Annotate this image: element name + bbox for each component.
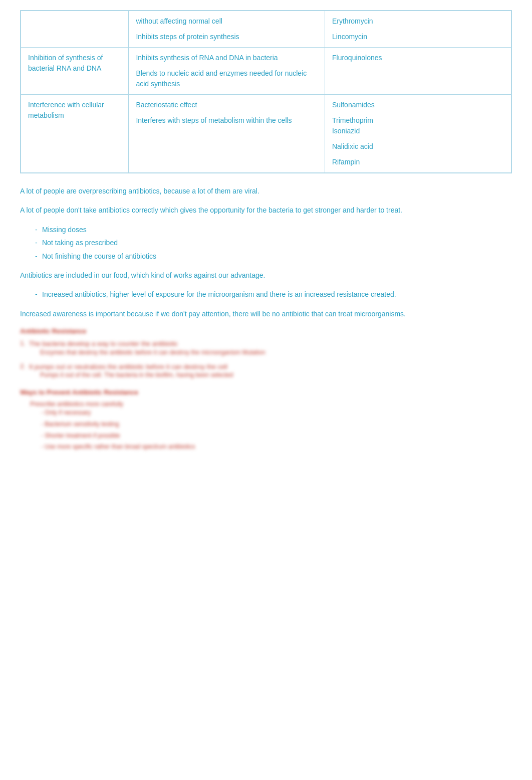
drug-name: Erythromycin <box>332 17 373 25</box>
cell-mechanism-desc-0: without affecting normal cell Inhibits s… <box>129 11 325 48</box>
cell-mechanism-2: Interference with cellular metabolism <box>21 95 129 173</box>
cell-block: Rifampin <box>332 157 504 167</box>
paragraph-3: Antibiotics are included in our food, wh… <box>20 270 512 281</box>
cell-block: Lincomycin <box>332 32 504 42</box>
cell-block: Trimethoprim Isoniazid <box>332 115 504 136</box>
blurred2-item: - Only if necessary <box>41 409 512 417</box>
paragraph-4: Increased awareness is important because… <box>20 308 512 319</box>
list-item: Missing doses <box>35 224 512 235</box>
cell-text: without affecting normal cell <box>136 17 222 25</box>
list-item: Increased antibiotics, higher level of e… <box>35 289 512 300</box>
drug-name: Nalidixic acid <box>332 142 373 150</box>
cell-mechanism-0 <box>21 11 129 48</box>
cell-block: Nalidixic acid <box>332 141 504 152</box>
drug-name: Lincomycin <box>332 33 367 41</box>
table-row: Interference with cellular metabolism Ba… <box>21 95 511 173</box>
drug-name: Trimethoprim <box>332 116 373 124</box>
drug-name: Sulfonamides <box>332 101 375 109</box>
blurred2-item: - Use more specific rather than broad sp… <box>41 443 512 451</box>
blurred-section-2: Ways to Prevent Antibiotic Resistance Pr… <box>20 388 512 451</box>
blurred2-item: - Bacterium sensitivity testing <box>41 420 512 429</box>
drug-name: Rifampin <box>332 158 360 166</box>
cell-drugs-0: Erythromycin Lincomycin <box>325 11 511 48</box>
blurred-num: 2. <box>20 362 29 370</box>
cell-text: Blends to nucleic acid and enzymes neede… <box>136 69 307 88</box>
paragraph-1: A lot of people are overprescribing anti… <box>20 185 512 197</box>
blurred-section-1: Antibiotic Resistance 1. The bacteria de… <box>20 327 512 378</box>
cell-text: Inhibits synthesis of RNA and DNA in bac… <box>136 54 278 62</box>
cell-mechanism-desc-1: Inhibits synthesis of RNA and DNA in bac… <box>129 48 325 95</box>
table-row: without affecting normal cell Inhibits s… <box>21 11 511 48</box>
cell-block: Inhibits steps of protein synthesis <box>136 32 318 42</box>
cell-text: Inhibits steps of protein synthesis <box>136 33 239 41</box>
cell-block: Blends to nucleic acid and enzymes neede… <box>136 68 318 89</box>
blurred-num: 1. <box>20 339 29 347</box>
blurred-title-2: Ways to Prevent Antibiotic Resistance <box>20 388 512 396</box>
cell-mechanism-1: Inhibition of synthesis of bacterial RNA… <box>21 48 129 95</box>
mechanism-label: Interference with cellular metabolism <box>28 101 104 119</box>
blurred2-item: - Shorter treatment if possible <box>41 432 512 440</box>
blurred-title-1: Antibiotic Resistance <box>20 327 512 335</box>
drug-name: Isoniazid <box>332 127 360 135</box>
cell-mechanism-desc-2: Bacteriostatic effect Interferes with st… <box>129 95 325 173</box>
drug-name: Fluroquinolones <box>332 54 382 62</box>
cell-drugs-2: Sulfonamides Trimethoprim Isoniazid Nali… <box>325 95 511 173</box>
blurred-text: It pumps out or neutralizes the antibiot… <box>29 363 227 370</box>
blurred-sub: Pumps it out of the cell. The bacteria i… <box>40 371 233 378</box>
cell-text: Bacteriostatic effect <box>136 101 197 109</box>
blurred-item-1: 1. The bacteria develop a way to counter… <box>20 339 512 356</box>
blurred2-item: Prescribe antibiotics more carefully <box>30 400 512 409</box>
blurred-text: The bacteria develop a way to counter th… <box>29 340 178 347</box>
cell-text: Interferes with steps of metabolism with… <box>136 116 292 124</box>
antibiotic-table: without affecting normal cell Inhibits s… <box>20 10 512 173</box>
cell-block: without affecting normal cell <box>136 16 318 27</box>
list-item: Not taking as prescribed <box>35 237 512 248</box>
bullet-list-1: Missing doses Not taking as prescribed N… <box>35 224 512 262</box>
list-item: Not finishing the course of antibiotics <box>35 251 512 262</box>
cell-drugs-1: Fluroquinolones <box>325 48 511 95</box>
cell-block: Interferes with steps of metabolism with… <box>136 115 318 126</box>
blurred-sub: Enzymes that destroy the antibiotic befo… <box>40 349 265 356</box>
blurred-list-2: Prescribe antibiotics more carefully - O… <box>30 400 512 451</box>
mechanism-label: Inhibition of synthesis of bacterial RNA… <box>28 54 103 72</box>
cell-block: Erythromycin <box>332 16 504 27</box>
bullet-list-2: Increased antibiotics, higher level of e… <box>35 289 512 300</box>
table-row: Inhibition of synthesis of bacterial RNA… <box>21 48 511 95</box>
cell-block: Sulfonamides <box>332 100 504 110</box>
cell-block: Inhibits synthesis of RNA and DNA in bac… <box>136 53 318 63</box>
cell-block: Bacteriostatic effect <box>136 100 318 110</box>
blurred-item-2: 2. It pumps out or neutralizes the antib… <box>20 362 512 379</box>
paragraph-2: A lot of people don't take antibiotics c… <box>20 205 512 216</box>
